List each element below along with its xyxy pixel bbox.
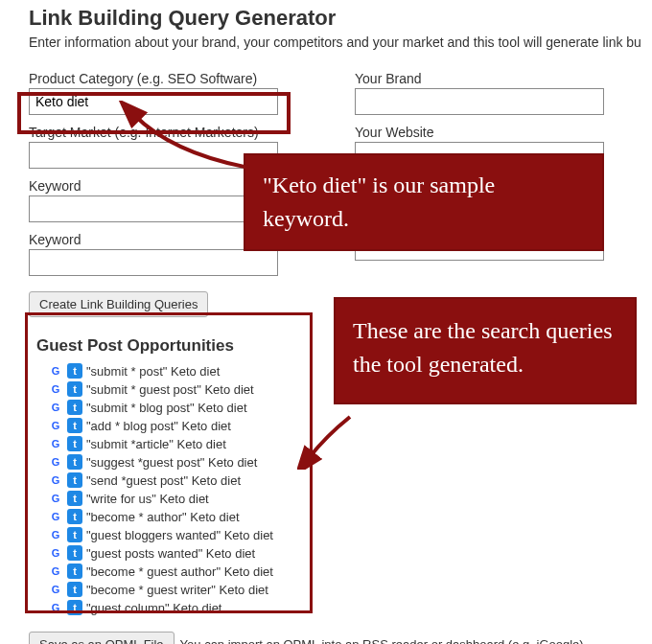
query-text: "guest posts wanted" Keto diet — [86, 546, 255, 561]
query-text: "become * guest writer" Keto diet — [86, 583, 268, 597]
twitter-icon[interactable]: t — [67, 509, 82, 524]
google-icon[interactable]: G — [48, 582, 63, 597]
twitter-icon[interactable]: t — [67, 582, 82, 597]
google-icon[interactable]: G — [48, 381, 63, 397]
google-icon[interactable]: G — [48, 545, 63, 561]
query-text: "guest column" Keto diet — [86, 601, 221, 615]
list-item: Gt"submit *article" Keto diet — [48, 436, 299, 451]
google-icon[interactable]: G — [48, 418, 63, 433]
twitter-icon[interactable]: t — [67, 418, 82, 433]
list-item: Gt"write for us" Keto diet — [48, 491, 299, 506]
list-item: Gt"submit * post" Keto diet — [48, 363, 299, 379]
list-item: Gt"submit * blog post" Keto diet — [48, 400, 299, 415]
keyword2-input[interactable] — [29, 249, 278, 276]
google-icon[interactable]: G — [48, 436, 63, 451]
query-text: "become * guest author" Keto diet — [86, 564, 273, 579]
query-text: "add * blog post" Keto diet — [86, 419, 231, 433]
google-icon[interactable]: G — [48, 600, 63, 615]
query-text: "send *guest post" Keto diet — [86, 473, 241, 488]
list-item: Gt"suggest *guest post" Keto diet — [48, 454, 299, 470]
query-text: "submit *article" Keto diet — [86, 437, 226, 451]
google-icon[interactable]: G — [48, 400, 63, 415]
google-icon[interactable]: G — [48, 527, 63, 542]
query-text: "guest bloggers wanted" Keto diet — [86, 528, 273, 542]
results-heading: Guest Post Opportunities — [36, 336, 299, 356]
product-category-input[interactable] — [29, 88, 278, 115]
list-item: Gt"become * guest writer" Keto diet — [48, 582, 299, 597]
twitter-icon[interactable]: t — [67, 491, 82, 506]
google-icon[interactable]: G — [48, 363, 63, 379]
your-brand-label: Your Brand — [355, 71, 642, 86]
twitter-icon[interactable]: t — [67, 545, 82, 561]
twitter-icon[interactable]: t — [67, 527, 82, 542]
query-text: "submit * post" Keto diet — [86, 364, 220, 379]
google-icon[interactable]: G — [48, 564, 63, 579]
annotation-callout-queries: These are the search queries the tool ge… — [334, 297, 637, 404]
target-market-input[interactable] — [29, 142, 278, 169]
list-item: Gt"guest column" Keto diet — [48, 600, 299, 615]
query-text: "write for us" Keto diet — [86, 492, 209, 506]
list-item: Gt"guest bloggers wanted" Keto diet — [48, 527, 299, 542]
twitter-icon[interactable]: t — [67, 363, 82, 379]
query-text: "submit * guest post" Keto diet — [86, 382, 254, 397]
twitter-icon[interactable]: t — [67, 400, 82, 415]
twitter-icon[interactable]: t — [67, 454, 82, 470]
list-item: Gt"guest posts wanted" Keto diet — [48, 545, 299, 561]
keyword1-input[interactable] — [29, 196, 278, 222]
list-item: Gt"add * blog post" Keto diet — [48, 418, 299, 433]
twitter-icon[interactable]: t — [67, 564, 82, 579]
twitter-icon[interactable]: t — [67, 472, 82, 488]
your-brand-input[interactable] — [355, 88, 604, 115]
google-icon[interactable]: G — [48, 509, 63, 524]
list-item: Gt"send *guest post" Keto diet — [48, 472, 299, 488]
opml-note: You can import an OPML into an RSS reade… — [180, 637, 584, 644]
google-icon[interactable]: G — [48, 472, 63, 488]
target-market-label: Target Market (e.g. Internet Marketers) — [29, 125, 316, 140]
google-icon[interactable]: G — [48, 491, 63, 506]
query-text: "suggest *guest post" Keto diet — [86, 455, 257, 470]
list-item: Gt"submit * guest post" Keto diet — [48, 381, 299, 397]
query-text: "submit * blog post" Keto diet — [86, 401, 247, 415]
annotation-callout-keyword: "Keto diet" is our sample keyword. — [244, 153, 604, 251]
query-text: "become * author" Keto diet — [86, 510, 240, 524]
twitter-icon[interactable]: t — [67, 381, 82, 397]
page-subtitle: Enter information about your brand, your… — [29, 34, 642, 50]
page-title: Link Building Query Generator — [29, 6, 642, 31]
results-panel: Guest Post Opportunities Gt"submit * pos… — [29, 331, 307, 624]
your-website-label: Your Website — [355, 125, 642, 140]
save-opml-button[interactable]: Save as an OPML File — [29, 632, 175, 644]
result-list: Gt"submit * post" Keto dietGt"submit * g… — [36, 363, 299, 615]
list-item: Gt"become * author" Keto diet — [48, 509, 299, 524]
product-category-label: Product Category (e.g. SEO Software) — [29, 71, 316, 86]
create-queries-button[interactable]: Create Link Building Queries — [29, 291, 208, 317]
twitter-icon[interactable]: t — [67, 436, 82, 451]
twitter-icon[interactable]: t — [67, 600, 82, 615]
list-item: Gt"become * guest author" Keto diet — [48, 564, 299, 579]
google-icon[interactable]: G — [48, 454, 63, 470]
